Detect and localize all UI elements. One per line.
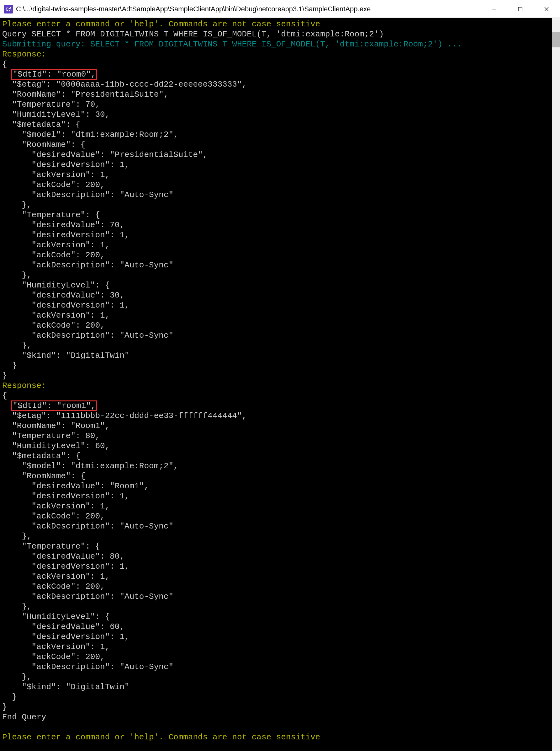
json-line: "HumidityLevel": {	[2, 612, 552, 622]
json-line: "Temperature": 70,	[2, 99, 552, 110]
json-line: "desiredValue": 60,	[2, 622, 552, 632]
json-line: "$etag": "1111bbbb-22cc-dddd-ee33-ffffff…	[2, 411, 552, 421]
json-line: },	[2, 341, 552, 350]
maximize-icon	[517, 6, 523, 12]
prompt-line: Please enter a command or 'help'. Comman…	[2, 732, 552, 742]
query-input-line: Query SELECT * FROM DIGITALTWINS T WHERE…	[2, 29, 552, 39]
close-icon	[544, 6, 549, 12]
json-line: "ackVersion": 1,	[2, 501, 552, 511]
window-controls	[481, 0, 560, 18]
dtid-highlight: "$dtId": "room1",	[12, 401, 96, 410]
json-line: "$etag": "0000aaaa-11bb-cccc-dd22-eeeeee…	[2, 79, 552, 90]
end-query-line: End Query	[2, 712, 552, 722]
json-line: "ackDescription": "Auto-Sync"	[2, 592, 552, 602]
json-line: "HumidityLevel": {	[2, 280, 552, 290]
json-line: "desiredVersion": 1,	[2, 300, 552, 310]
prompt-line: Please enter a command or 'help'. Comman…	[2, 19, 552, 29]
json-line: "ackDescription": "Auto-Sync"	[2, 662, 552, 672]
json-line: "ackDescription": "Auto-Sync"	[2, 190, 552, 200]
titlebar[interactable]: C:\ C:\...\digital-twins-samples-master\…	[0, 0, 560, 18]
json-line: "ackCode": 200,	[2, 321, 552, 330]
json-line: "RoomName": {	[2, 471, 552, 481]
json-line: "RoomName": "PresidentialSuite",	[2, 90, 552, 99]
json-line: "ackCode": 200,	[2, 581, 552, 592]
minimize-button[interactable]	[481, 0, 507, 18]
json-line: "$metadata": {	[2, 451, 552, 461]
json-line: "$model": "dtmi:example:Room;2",	[2, 461, 552, 471]
json-line: "ackDescription": "Auto-Sync"	[2, 260, 552, 270]
json-line: "ackCode": 200,	[2, 250, 552, 260]
app-window: C:\ C:\...\digital-twins-samples-master\…	[0, 0, 560, 751]
svg-rect-1	[518, 7, 522, 11]
json-line: "$kind": "DigitalTwin"	[2, 350, 552, 361]
json-line: }	[2, 692, 552, 702]
dtid-line-room0: "$dtId": "room0",	[2, 69, 552, 79]
json-line: "ackVersion": 1,	[2, 240, 552, 250]
json-line: "desiredVersion": 1,	[2, 632, 552, 642]
dtid-highlight: "$dtId": "room0",	[12, 70, 96, 79]
json-line: },	[2, 200, 552, 210]
json-line: "desiredValue": 70,	[2, 220, 552, 230]
console-area[interactable]: Please enter a command or 'help'. Comman…	[0, 18, 560, 751]
json-line: "ackCode": 200,	[2, 652, 552, 662]
console-output: Please enter a command or 'help'. Comman…	[0, 18, 552, 751]
json-line: "RoomName": {	[2, 140, 552, 150]
dtid-line-room1: "$dtId": "room1",	[2, 401, 552, 411]
json-line: "desiredValue": "Room1",	[2, 481, 552, 491]
response-label: Response:	[2, 381, 552, 391]
json-line: "Temperature": {	[2, 210, 552, 220]
vertical-scrollbar[interactable]	[552, 18, 560, 751]
json-line: "desiredValue": 80,	[2, 552, 552, 561]
json-line: "desiredValue": 30,	[2, 290, 552, 300]
json-line: "Temperature": 80,	[2, 431, 552, 441]
json-line: },	[2, 602, 552, 612]
json-line: },	[2, 270, 552, 280]
json-line: "HumidityLevel": 60,	[2, 441, 552, 451]
submitting-line: Submitting query: SELECT * FROM DIGITALT…	[2, 39, 552, 49]
json-line: "ackCode": 200,	[2, 511, 552, 521]
window-title: C:\...\digital-twins-samples-master\AdtS…	[16, 5, 481, 13]
json-line: }	[2, 702, 552, 712]
json-line: }	[2, 361, 552, 371]
json-line: "desiredVersion": 1,	[2, 491, 552, 501]
json-line: "$model": "dtmi:example:Room;2",	[2, 130, 552, 140]
json-line: {	[2, 59, 552, 69]
json-line: "ackVersion": 1,	[2, 310, 552, 321]
json-line: },	[2, 531, 552, 541]
json-line: "desiredVersion": 1,	[2, 230, 552, 240]
blank-line	[2, 722, 552, 732]
response-label: Response:	[2, 49, 552, 59]
scrollbar-thumb[interactable]	[552, 32, 560, 47]
json-line: "$kind": "DigitalTwin"	[2, 682, 552, 692]
minimize-icon	[491, 6, 497, 12]
json-line: },	[2, 672, 552, 682]
json-line: "ackVersion": 1,	[2, 572, 552, 581]
json-line: "$metadata": {	[2, 120, 552, 130]
json-line: "RoomName": "Room1",	[2, 421, 552, 431]
json-line: "ackVersion": 1,	[2, 170, 552, 180]
json-line: {	[2, 391, 552, 401]
json-line: "ackDescription": "Auto-Sync"	[2, 521, 552, 531]
maximize-button[interactable]	[507, 0, 533, 18]
json-line: "ackVersion": 1,	[2, 642, 552, 652]
app-icon: C:\	[4, 5, 13, 14]
json-line: "Temperature": {	[2, 541, 552, 552]
json-line: "desiredVersion": 1,	[2, 160, 552, 170]
json-line: "HumidityLevel": 30,	[2, 110, 552, 120]
json-line: }	[2, 371, 552, 381]
json-line: "ackDescription": "Auto-Sync"	[2, 330, 552, 341]
close-button[interactable]	[533, 0, 560, 18]
json-line: "desiredValue": "PresidentialSuite",	[2, 150, 552, 160]
json-line: "desiredVersion": 1,	[2, 561, 552, 572]
json-line: "ackCode": 200,	[2, 180, 552, 190]
